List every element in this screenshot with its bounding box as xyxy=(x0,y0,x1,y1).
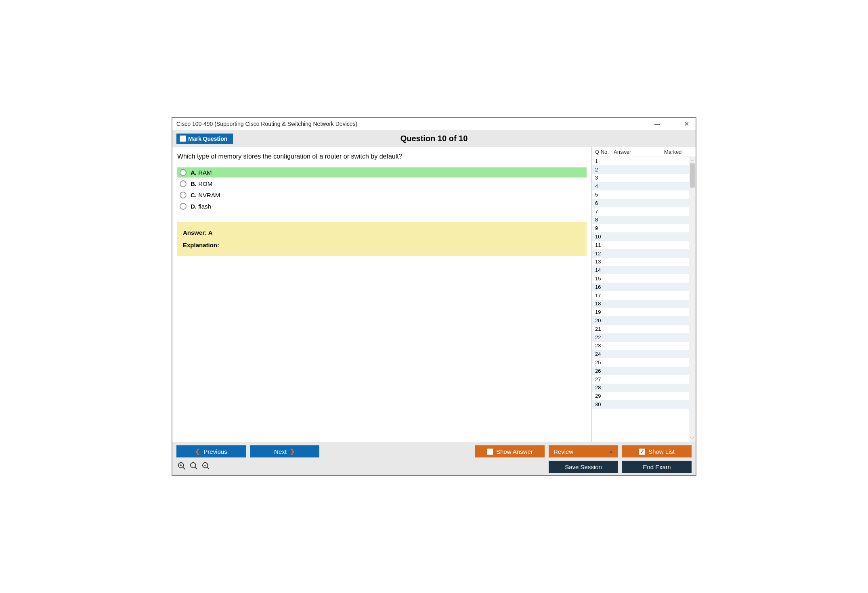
window-title: Cisco 100-490 (Supporting Cisco Routing … xyxy=(176,121,357,127)
zoom-reset-icon[interactable] xyxy=(189,461,198,472)
scroll-up-icon[interactable]: ︿ xyxy=(689,157,696,163)
question-list-panel: Q No. Answer Marked 12345678910111213141… xyxy=(591,147,696,442)
choice-a[interactable]: A. RAM xyxy=(177,167,587,177)
list-item[interactable]: 7 xyxy=(592,207,689,216)
list-item[interactable]: 21 xyxy=(592,325,689,333)
list-item[interactable]: 5 xyxy=(592,190,689,199)
row-qno: 15 xyxy=(595,276,614,282)
row-qno: 4 xyxy=(595,183,614,189)
app-window: Cisco 100-490 (Supporting Cisco Routing … xyxy=(172,117,696,476)
scroll-down-icon[interactable]: ﹀ xyxy=(689,435,696,442)
row-qno: 26 xyxy=(595,368,614,374)
review-label: Review xyxy=(554,448,573,455)
row-qno: 9 xyxy=(595,225,614,231)
list-item[interactable]: 20 xyxy=(592,316,689,325)
radio-icon[interactable] xyxy=(180,192,187,198)
list-item[interactable]: 9 xyxy=(592,224,689,232)
answer-box: Answer: A Explanation: xyxy=(177,222,587,256)
zoom-out-icon[interactable] xyxy=(201,461,210,472)
next-label: Next xyxy=(274,448,287,455)
svg-line-7 xyxy=(207,467,210,469)
question-text: Which type of memory stores the configur… xyxy=(177,153,587,160)
show-list-label: Show List xyxy=(648,448,675,455)
save-session-button[interactable]: Save Session xyxy=(549,461,618,473)
choice-d[interactable]: D. flash xyxy=(177,201,587,211)
row-qno: 18 xyxy=(595,301,614,307)
row-qno: 16 xyxy=(595,284,614,290)
choice-c[interactable]: C. NVRAM xyxy=(177,190,587,200)
chevron-right-icon: ❯ xyxy=(290,448,295,455)
review-button[interactable]: Review ▲ xyxy=(549,445,618,457)
choice-letter: B. xyxy=(191,180,197,187)
choice-b[interactable]: B. ROM xyxy=(177,179,587,189)
row-qno: 13 xyxy=(595,259,614,265)
scrollbar[interactable]: ︿ ﹀ xyxy=(689,157,696,442)
button-row-1: ❮ Previous Next ❯ Show Answer Review ▲ ✓… xyxy=(176,445,692,457)
list-item[interactable]: 17 xyxy=(592,291,689,300)
close-icon[interactable]: ✕ xyxy=(683,120,690,127)
row-qno: 30 xyxy=(595,401,614,407)
list-item[interactable]: 15 xyxy=(592,274,689,283)
show-answer-button[interactable]: Show Answer xyxy=(475,445,545,457)
list-item[interactable]: 16 xyxy=(592,283,689,291)
list-item[interactable]: 13 xyxy=(592,258,689,266)
previous-button[interactable]: ❮ Previous xyxy=(176,445,246,457)
row-qno: 22 xyxy=(595,334,614,340)
show-list-button[interactable]: ✓ Show List xyxy=(622,445,692,457)
radio-icon[interactable] xyxy=(180,169,187,176)
window-controls: — ✕ xyxy=(654,120,692,127)
zoom-in-icon[interactable] xyxy=(177,461,186,472)
end-exam-button[interactable]: End Exam xyxy=(622,461,692,473)
chevron-left-icon: ❮ xyxy=(195,448,200,455)
list-item[interactable]: 14 xyxy=(592,266,689,274)
main-pane: Which type of memory stores the configur… xyxy=(172,147,591,442)
list-item[interactable]: 28 xyxy=(592,384,689,392)
list-item[interactable]: 4 xyxy=(592,182,689,190)
maximize-icon[interactable] xyxy=(668,120,675,127)
list-item[interactable]: 25 xyxy=(592,358,689,367)
list-item[interactable]: 29 xyxy=(592,392,689,400)
row-qno: 14 xyxy=(595,267,614,273)
row-qno: 2 xyxy=(595,167,614,173)
list-item[interactable]: 3 xyxy=(592,174,689,182)
list-item[interactable]: 1 xyxy=(592,157,689,165)
list-item[interactable]: 30 xyxy=(592,400,689,409)
row-qno: 11 xyxy=(595,242,614,248)
list-item[interactable]: 8 xyxy=(592,216,689,224)
list-item[interactable]: 6 xyxy=(592,199,689,207)
list-item[interactable]: 10 xyxy=(592,232,689,241)
end-exam-label: End Exam xyxy=(643,464,671,470)
next-button[interactable]: Next ❯ xyxy=(250,445,319,457)
list-item[interactable]: 22 xyxy=(592,333,689,342)
choice-text: NVRAM xyxy=(198,192,220,198)
list-item[interactable]: 23 xyxy=(592,342,689,350)
save-session-label: Save Session xyxy=(565,464,602,470)
checkbox-icon xyxy=(180,136,186,142)
choices: A. RAMB. ROMC. NVRAMD. flash xyxy=(177,167,587,211)
radio-icon[interactable] xyxy=(180,203,187,210)
list-item[interactable]: 26 xyxy=(592,367,689,375)
list-item[interactable]: 27 xyxy=(592,375,689,384)
row-qno: 24 xyxy=(595,351,614,357)
checkbox-icon xyxy=(487,449,493,455)
list-item[interactable]: 19 xyxy=(592,308,689,316)
list-item[interactable]: 12 xyxy=(592,249,689,258)
row-qno: 10 xyxy=(595,234,614,240)
list-item[interactable]: 24 xyxy=(592,350,689,358)
mark-question-button[interactable]: Mark Question xyxy=(176,134,233,144)
row-qno: 25 xyxy=(595,359,614,365)
minimize-icon[interactable]: — xyxy=(654,120,661,127)
choice-text: RAM xyxy=(198,169,212,176)
header-marked: Marked xyxy=(664,149,692,155)
list-item[interactable]: 11 xyxy=(592,241,689,249)
scroll-thumb[interactable] xyxy=(690,163,695,188)
titlebar: Cisco 100-490 (Supporting Cisco Routing … xyxy=(172,118,696,130)
question-counter: Question 10 of 10 xyxy=(172,134,696,143)
show-answer-label: Show Answer xyxy=(496,448,533,455)
list-item[interactable]: 2 xyxy=(592,165,689,174)
explanation-label: Explanation: xyxy=(183,242,581,248)
row-qno: 3 xyxy=(595,175,614,181)
header-qno: Q No. xyxy=(595,149,614,155)
radio-icon[interactable] xyxy=(180,180,187,187)
list-item[interactable]: 18 xyxy=(592,300,689,308)
